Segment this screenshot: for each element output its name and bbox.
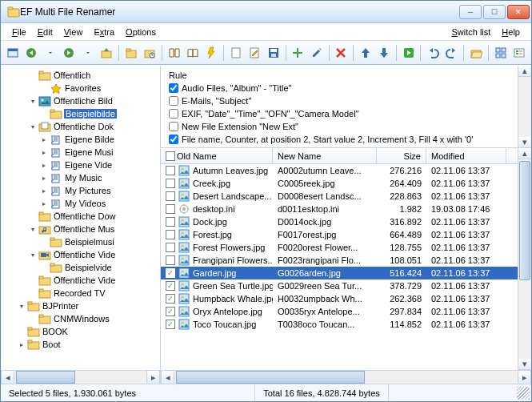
go-button[interactable] bbox=[400, 44, 417, 62]
book-button[interactable] bbox=[166, 44, 182, 62]
file-row[interactable]: Creek.jpgC0005reek.jpg264.40902.11.06 13… bbox=[161, 177, 518, 190]
rule-checkbox[interactable] bbox=[169, 96, 178, 106]
tree-item[interactable]: Öffentliche Dow bbox=[1, 210, 160, 223]
menu-file[interactable]: File bbox=[7, 26, 31, 38]
tree-item[interactable]: ▾Öffentliche Vide bbox=[1, 248, 160, 261]
forward-button[interactable] bbox=[60, 44, 77, 62]
row-checkbox[interactable] bbox=[166, 230, 175, 239]
row-checkbox[interactable] bbox=[166, 204, 175, 214]
folder-button[interactable] bbox=[122, 44, 139, 62]
flash-button[interactable] bbox=[203, 44, 220, 62]
col-old-name[interactable]: Old Name bbox=[161, 148, 273, 163]
expander-icon[interactable] bbox=[28, 71, 37, 80]
expander-icon[interactable] bbox=[17, 328, 26, 336]
forward-menu-button[interactable] bbox=[79, 44, 96, 62]
row-checkbox[interactable] bbox=[166, 320, 175, 329]
tree-item[interactable]: ▾Öffentliche Mus bbox=[1, 223, 160, 235]
rule-item[interactable]: New File Extension "New Ext" bbox=[169, 120, 513, 133]
expander-icon[interactable]: ▾ bbox=[28, 123, 37, 131]
maximize-button[interactable]: ☐ bbox=[483, 5, 506, 19]
expander-icon[interactable]: ▾ bbox=[28, 97, 37, 106]
file-row[interactable]: Oryx Antelope.jpgO0035ryx Antelope...297… bbox=[161, 305, 518, 318]
rule-item[interactable]: Audio Files, "Album" - "Title" bbox=[169, 82, 513, 94]
tree-item[interactable]: ▾Öffentliche Dok bbox=[1, 120, 160, 133]
rule-checkbox[interactable] bbox=[169, 122, 178, 131]
tree-item[interactable]: ▸Eigene Bilde bbox=[1, 133, 160, 146]
tree-item[interactable]: BOOK bbox=[1, 325, 160, 338]
back-button[interactable] bbox=[22, 44, 39, 62]
edit-doc-button[interactable] bbox=[246, 44, 263, 62]
rule-checkbox[interactable] bbox=[169, 109, 178, 119]
select-all-checkbox[interactable] bbox=[166, 151, 175, 161]
file-list-header[interactable]: Old Name New Name Size Modified bbox=[161, 148, 518, 164]
row-checkbox[interactable] bbox=[166, 255, 175, 265]
row-checkbox[interactable] bbox=[166, 268, 175, 278]
tree-item[interactable]: ▸My Pictures bbox=[1, 184, 160, 197]
expander-icon[interactable] bbox=[39, 110, 48, 119]
expander-icon[interactable] bbox=[39, 84, 48, 93]
expander-icon[interactable]: ▸ bbox=[39, 161, 48, 170]
file-row[interactable]: Forest Flowers.jpgF0020orest Flower...12… bbox=[161, 241, 518, 254]
up-button[interactable] bbox=[98, 44, 114, 62]
options-button[interactable] bbox=[510, 44, 527, 62]
menu-switch-list[interactable]: Switch list bbox=[446, 26, 495, 38]
redo-button[interactable] bbox=[443, 44, 460, 62]
tile-button[interactable] bbox=[492, 44, 509, 62]
open-button[interactable] bbox=[467, 44, 484, 62]
expander-icon[interactable] bbox=[39, 238, 48, 247]
rule-v-scrollbar[interactable]: ▴▾ bbox=[518, 66, 531, 148]
rule-list[interactable]: Audio Files, "Album" - "Title"E-Mails, "… bbox=[166, 82, 513, 146]
file-h-scrollbar[interactable]: ◂▸ bbox=[161, 370, 531, 384]
tree-item[interactable]: ▸My Music bbox=[1, 171, 160, 184]
back-menu-button[interactable] bbox=[42, 44, 58, 62]
expander-icon[interactable]: ▸ bbox=[39, 187, 48, 195]
file-row[interactable]: desktop.inid0011esktop.ini1.98219.03.08 … bbox=[161, 203, 518, 215]
col-new-name[interactable]: New Name bbox=[273, 148, 377, 163]
tree-item[interactable]: CNMWindows bbox=[1, 312, 160, 325]
expander-icon[interactable]: ▸ bbox=[39, 135, 48, 144]
explorer-button[interactable] bbox=[4, 44, 21, 62]
expander-icon[interactable]: ▸ bbox=[39, 174, 48, 183]
tree-item[interactable]: ▸Eigene Vide bbox=[1, 159, 160, 171]
expander-icon[interactable]: ▾ bbox=[17, 302, 26, 311]
row-checkbox[interactable] bbox=[166, 294, 175, 304]
book-open-button[interactable] bbox=[184, 44, 201, 62]
recent-button[interactable] bbox=[141, 44, 158, 62]
col-modified[interactable]: Modified bbox=[426, 148, 506, 163]
expander-icon[interactable]: ▾ bbox=[28, 251, 37, 259]
tree-item[interactable]: ▸Boot bbox=[1, 338, 160, 351]
plus-button[interactable] bbox=[290, 44, 306, 62]
tree-h-scrollbar[interactable]: ◂▸ bbox=[1, 370, 160, 384]
expander-icon[interactable] bbox=[39, 263, 48, 272]
row-checkbox[interactable] bbox=[166, 307, 175, 316]
tree-item[interactable]: Beispielmusi bbox=[1, 235, 160, 248]
tree-item[interactable]: Favorites bbox=[1, 82, 160, 94]
file-list[interactable]: Old Name New Name Size Modified Autumn L… bbox=[161, 148, 518, 370]
tree-item[interactable]: Beispielbilde bbox=[1, 107, 160, 120]
row-checkbox[interactable] bbox=[166, 281, 175, 291]
tree-item[interactable]: ▸My Videos bbox=[1, 197, 160, 210]
file-row[interactable]: Toco Toucan.jpgT0038oco Toucan...114.852… bbox=[161, 318, 518, 331]
expander-icon[interactable] bbox=[28, 276, 37, 285]
expander-icon[interactable]: ▸ bbox=[39, 199, 48, 208]
expander-icon[interactable] bbox=[28, 315, 37, 324]
save-button[interactable] bbox=[265, 44, 282, 62]
rule-item[interactable]: E-Mails, "Subject" bbox=[169, 94, 513, 107]
minimize-button[interactable]: ─ bbox=[459, 5, 482, 19]
file-v-scrollbar[interactable]: ▴▾ bbox=[518, 148, 531, 370]
titlebar[interactable]: EF Multi File Renamer ─ ☐ ✕ bbox=[1, 1, 531, 23]
file-row[interactable]: Desert Landscape...D0008esert Landsc...2… bbox=[161, 190, 518, 203]
file-row[interactable]: Dock.jpgD0014ock.jpg316.89202.11.06 13:3… bbox=[161, 215, 518, 228]
file-row[interactable]: Green Sea Turtle.jpgG0029reen Sea Tur...… bbox=[161, 279, 518, 292]
menu-help[interactable]: Help bbox=[497, 26, 525, 38]
rule-item[interactable]: EXIF, "Date"_"Time"_"OFN"_"Camera Model" bbox=[169, 107, 513, 120]
edit-button[interactable] bbox=[308, 44, 325, 62]
row-checkbox[interactable] bbox=[166, 243, 175, 252]
tree-item[interactable]: ▾Öffentliche Bild bbox=[1, 94, 160, 107]
expander-icon[interactable] bbox=[28, 212, 37, 221]
tree-item[interactable]: ▾BJPrinter bbox=[1, 299, 160, 312]
tree-item[interactable]: ▸Eigene Musi bbox=[1, 146, 160, 159]
row-checkbox[interactable] bbox=[166, 217, 175, 227]
menu-view[interactable]: View bbox=[59, 26, 88, 38]
resize-grip[interactable] bbox=[517, 387, 530, 400]
